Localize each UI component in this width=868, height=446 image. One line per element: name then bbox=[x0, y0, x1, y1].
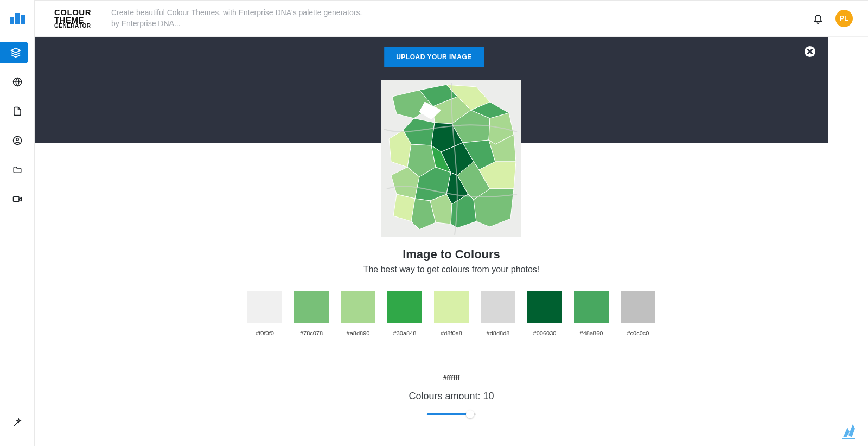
colour-palette: #f0f0f0#78c078#a8d890#30a848#d8f0a8#d8d8… bbox=[247, 291, 655, 336]
colour-swatch[interactable]: #48a860 bbox=[574, 291, 609, 336]
swatch-hex: #c0c0c0 bbox=[627, 330, 649, 336]
header-desc-line: by Enterprise DNA... bbox=[111, 18, 362, 29]
colour-swatch[interactable]: #d8d8d8 bbox=[481, 291, 515, 336]
user-circle-icon bbox=[12, 136, 22, 145]
wand-icon bbox=[12, 418, 22, 428]
swatch-hex: #a8d890 bbox=[347, 330, 370, 336]
swatch-box bbox=[527, 291, 562, 323]
swatch-box bbox=[481, 291, 515, 323]
swatch-box bbox=[574, 291, 609, 323]
sidebar-item-user[interactable] bbox=[3, 130, 31, 151]
slider-thumb[interactable] bbox=[466, 410, 474, 418]
sidebar-item-video[interactable] bbox=[3, 188, 31, 210]
page-subtitle: The best way to get colours from your ph… bbox=[35, 265, 868, 275]
svg-rect-40 bbox=[842, 438, 855, 439]
svg-rect-0 bbox=[10, 17, 14, 24]
swatch-box bbox=[387, 291, 422, 323]
sidebar-item-globe[interactable] bbox=[3, 71, 31, 93]
svg-rect-2 bbox=[21, 15, 25, 24]
sidebar-item-wand[interactable] bbox=[3, 412, 31, 434]
swatch-hex: #30a848 bbox=[393, 330, 417, 336]
layers-icon bbox=[10, 47, 21, 58]
colour-swatch[interactable]: #d8f0a8 bbox=[434, 291, 469, 336]
swatch-hex: #48a860 bbox=[580, 330, 603, 336]
swatch-hex: #78c078 bbox=[300, 330, 323, 336]
sidebar-item-folder[interactable] bbox=[3, 159, 31, 181]
main: Image to Colours The best way to get col… bbox=[35, 37, 868, 446]
colour-swatch[interactable]: #f0f0f0 bbox=[247, 291, 282, 336]
sidebar bbox=[0, 0, 35, 446]
svg-marker-38 bbox=[843, 428, 850, 437]
colour-swatch[interactable]: #a8d890 bbox=[341, 291, 375, 336]
brand-line: THEME bbox=[54, 16, 91, 24]
amount-label: Colours amount: bbox=[409, 391, 483, 402]
bell-icon bbox=[813, 13, 824, 24]
header-description: Create beautiful Colour Themes, with Ent… bbox=[111, 8, 362, 29]
swatch-hex: #d8f0a8 bbox=[441, 330, 462, 336]
swatch-hex: #006030 bbox=[533, 330, 557, 336]
swatch-box bbox=[294, 291, 329, 323]
file-icon bbox=[12, 106, 22, 116]
header-desc-line: Create beautiful Colour Themes, with Ent… bbox=[111, 8, 362, 18]
colour-swatch[interactable]: #c0c0c0 bbox=[621, 291, 655, 336]
swatch-box bbox=[247, 291, 282, 323]
user-avatar[interactable]: PL bbox=[835, 10, 853, 27]
swatch-box bbox=[621, 291, 655, 323]
brand-title: COLOUR THEME GENERATOR bbox=[54, 9, 101, 28]
avatar-initials: PL bbox=[840, 15, 848, 22]
svg-marker-39 bbox=[848, 424, 855, 437]
sidebar-item-file[interactable] bbox=[3, 100, 31, 122]
swatch-hex: #f0f0f0 bbox=[256, 330, 274, 336]
video-icon bbox=[12, 194, 22, 204]
colours-amount: Colours amount: 10 bbox=[35, 391, 868, 402]
swatch-box bbox=[434, 291, 469, 323]
svg-marker-3 bbox=[11, 48, 20, 53]
swatch-box bbox=[341, 291, 375, 323]
svg-rect-1 bbox=[15, 13, 20, 24]
map-illustration bbox=[381, 80, 521, 237]
svg-rect-8 bbox=[13, 197, 19, 202]
colour-swatch[interactable]: #006030 bbox=[527, 291, 562, 336]
amount-value: 10 bbox=[483, 391, 494, 402]
header: COLOUR THEME GENERATOR Create beautiful … bbox=[35, 0, 868, 37]
brand-mark-icon bbox=[839, 421, 858, 441]
image-preview bbox=[381, 80, 521, 237]
brand-mark bbox=[839, 421, 858, 441]
extra-hex-value: #ffffff bbox=[35, 374, 868, 382]
swatch-hex: #d8d8d8 bbox=[487, 330, 510, 336]
app-logo bbox=[9, 8, 26, 25]
slider-fill bbox=[427, 413, 469, 415]
colour-swatch[interactable]: #30a848 bbox=[387, 291, 422, 336]
folder-icon bbox=[12, 165, 22, 175]
page-title: Image to Colours bbox=[35, 247, 868, 262]
amount-slider[interactable] bbox=[427, 410, 476, 419]
svg-point-7 bbox=[16, 138, 18, 141]
globe-icon bbox=[12, 77, 22, 87]
colour-swatch[interactable]: #78c078 bbox=[294, 291, 329, 336]
notifications-button[interactable] bbox=[813, 13, 824, 24]
sidebar-item-layers[interactable] bbox=[0, 42, 28, 63]
brand-line: GENERATOR bbox=[54, 23, 91, 28]
